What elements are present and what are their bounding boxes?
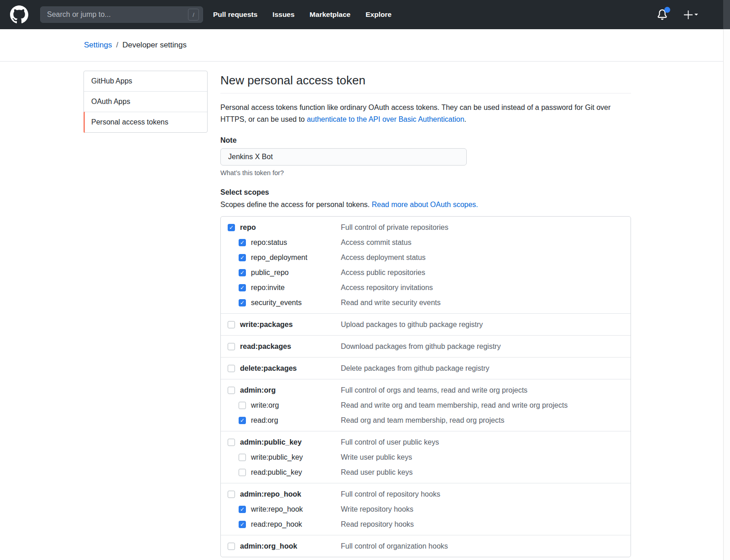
oauth-scopes-link[interactable]: Read more about OAuth scopes. [372,201,478,208]
nav-explore[interactable]: Explore [365,10,391,19]
scope-label: admin:repo_hook [240,490,301,498]
checkbox-write-org[interactable] [239,402,246,409]
main-panel: New personal access token Personal acces… [220,71,631,557]
checkbox-security-events[interactable]: ✓ [239,299,246,306]
scope-row-read-org: ✓read:orgRead org and team membership, r… [221,413,631,428]
scope-label: admin:org [240,386,276,394]
scope-group-delete-packages: delete:packagesDelete packages from gith… [221,357,631,379]
breadcrumb-current: Developer settings [122,41,187,50]
scope-label: security_events [251,299,302,307]
scope-label: read:packages [240,342,291,351]
scope-description: Delete packages from github package regi… [341,364,490,373]
scope-row-write-public-key: write:public_keyWrite user public keys [221,450,631,465]
scope-row-read-public-key: read:public_keyRead user public keys [221,465,631,480]
checkbox-admin-repo-hook[interactable] [228,491,235,498]
checkbox-write-repo-hook[interactable]: ✓ [239,506,246,513]
scope-description: Full control of user public keys [341,438,439,446]
create-new-button[interactable] [684,10,698,19]
checkbox-read-public-key[interactable] [239,469,246,476]
checkbox-admin-public-key[interactable] [228,439,235,446]
checkbox-repo-status[interactable]: ✓ [239,239,246,246]
search-input[interactable] [47,10,188,19]
checkbox-read-org[interactable]: ✓ [239,417,246,424]
checkbox-admin-org[interactable] [228,387,235,394]
scope-group-admin-repo-hook: admin:repo_hookFull control of repositor… [221,483,631,535]
scope-row-admin-public-key: admin:public_keyFull control of user pub… [221,435,631,450]
scope-description: Read and write security events [341,299,441,307]
checkbox-write-packages[interactable] [228,321,235,328]
scope-label: admin:org_hook [240,542,297,550]
scope-group-admin-public-key: admin:public_keyFull control of user pub… [221,431,631,483]
checkbox-delete-packages[interactable] [228,365,235,372]
scope-label: repo_deployment [251,254,308,262]
checkbox-read-packages[interactable] [228,343,235,350]
scope-description: Upload packages to github package regist… [341,321,483,329]
scope-description: Access commit status [341,239,412,247]
page-scrollbar[interactable] [723,0,730,560]
checkbox-repo[interactable]: ✓ [228,224,235,231]
sidebar-item-oauth-apps[interactable]: OAuth Apps [84,91,207,112]
scope-group-admin-org-hook: admin:org_hookFull control of organizati… [221,535,631,557]
checkbox-repo-deployment[interactable]: ✓ [239,254,246,261]
scope-row-public-repo: ✓public_repoAccess public repositories [221,265,631,280]
scope-row-delete-packages: delete:packagesDelete packages from gith… [221,361,631,376]
scope-label: repo:status [251,239,287,247]
chevron-down-icon [694,14,698,17]
checkbox-admin-org-hook[interactable] [228,543,235,550]
scope-label: read:org [251,416,278,425]
unread-notification-dot [664,7,670,13]
scope-row-admin-org-hook: admin:org_hookFull control of organizati… [221,539,631,554]
scope-group-write-packages: write:packagesUpload packages to github … [221,313,631,335]
scope-group-repo: ✓repoFull control of private repositorie… [221,217,631,313]
scope-row-read-repo-hook: ✓read:repo_hookRead repository hooks [221,517,631,532]
scope-label: write:public_key [251,453,303,461]
scope-description: Access repository invitations [341,284,433,292]
checkbox-read-repo-hook[interactable]: ✓ [239,521,246,528]
scope-label: public_repo [251,269,289,277]
checkbox-write-public-key[interactable] [239,454,246,461]
scope-row-read-packages: read:packagesDownload packages from gith… [221,339,631,354]
scrollbar-header-segment [723,0,730,29]
scope-label: read:public_key [251,468,302,477]
select-scopes-heading: Select scopes [220,188,631,197]
scope-row-write-repo-hook: ✓write:repo_hookWrite repository hooks [221,502,631,517]
scope-description: Full control of orgs and teams, read and… [341,386,527,394]
note-input[interactable] [220,148,467,166]
content-area: GitHub AppsOAuth AppsPersonal access tok… [0,62,730,557]
scope-label: write:repo_hook [251,505,303,513]
scope-label: write:packages [240,321,293,329]
sidebar-item-github-apps[interactable]: GitHub Apps [84,71,207,91]
scope-row-repo-invite: ✓repo:inviteAccess repository invitation… [221,280,631,295]
scope-row-repo: ✓repoFull control of private repositorie… [221,220,631,235]
sidebar-item-personal-access-tokens[interactable]: Personal access tokens [84,112,207,132]
scope-row-security-events: ✓security_eventsRead and write security … [221,295,631,310]
nav-pull-requests[interactable]: Pull requests [213,10,257,19]
scope-description: Full control of private repositories [341,223,448,232]
notifications-button[interactable] [657,9,667,20]
scope-row-repo-deployment: ✓repo_deploymentAccess deployment status [221,250,631,265]
scope-description: Read repository hooks [341,520,414,529]
checkbox-repo-invite[interactable]: ✓ [239,284,246,291]
global-nav: Pull requestsIssuesMarketplaceExplore [213,10,391,19]
github-logo-icon[interactable] [10,5,28,24]
scopes-description-text: Scopes define the access for personal to… [220,201,372,208]
scopes-description: Scopes define the access for personal to… [220,201,631,209]
scope-description: Write user public keys [341,453,412,461]
note-label: Note [220,136,631,145]
plus-icon [684,10,693,19]
scope-description: Read org and team membership, read org p… [341,416,504,425]
scope-description: Full control of repository hooks [341,490,440,498]
nav-marketplace[interactable]: Marketplace [310,10,351,19]
scope-description: Access public repositories [341,269,425,277]
scope-description: Write repository hooks [341,505,413,513]
scope-row-write-org: write:orgRead and write org and team mem… [221,398,631,413]
scope-row-repo-status: ✓repo:statusAccess commit status [221,235,631,250]
settings-sidebar: GitHub AppsOAuth AppsPersonal access tok… [83,71,208,133]
scope-group-admin-org: admin:orgFull control of orgs and teams,… [221,379,631,431]
page-title: New personal access token [220,73,631,93]
basic-auth-link[interactable]: authenticate to the API over Basic Authe… [307,115,464,123]
breadcrumb-settings-link[interactable]: Settings [84,41,112,50]
checkbox-public-repo[interactable]: ✓ [239,269,246,276]
scope-label: admin:public_key [240,438,302,446]
nav-issues[interactable]: Issues [272,10,294,19]
